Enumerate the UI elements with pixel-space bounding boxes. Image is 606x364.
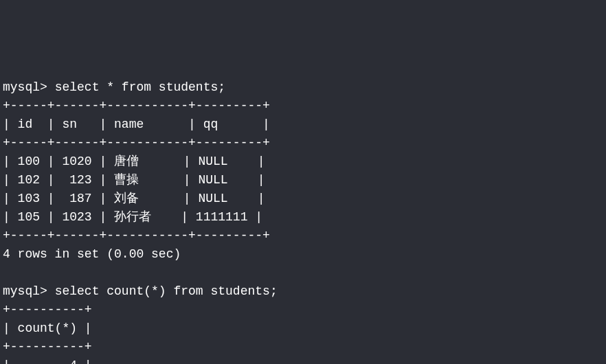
table1-border-bot: +-----+------+-----------+---------+ <box>3 229 270 242</box>
table-row: | 105 | 1023 | 孙行者 | 1111111 | <box>3 210 262 224</box>
table2-border-top: +----------+ <box>3 303 92 317</box>
mysql-prompt: mysql> <box>3 80 47 94</box>
table1-header: | id | sn | name | qq | <box>3 117 270 131</box>
sql-command-2: select count(*) from students; <box>55 284 278 298</box>
table1-border-mid: +-----+------+-----------+---------+ <box>3 136 270 150</box>
table-row: | 100 | 1020 | 唐僧 | NULL | <box>3 155 265 168</box>
table1-border-top: +-----+------+-----------+---------+ <box>3 99 270 113</box>
result-message-1: 4 rows in set (0.00 sec) <box>3 247 181 261</box>
table-row: | 103 | 187 | 刘备 | NULL | <box>3 192 265 205</box>
table2-border-mid: +----------+ <box>3 340 92 354</box>
table-row: | 4 | <box>3 359 92 364</box>
table-row: | 102 | 123 | 曹操 | NULL | <box>3 173 265 187</box>
table2-header: | count(*) | <box>3 321 92 335</box>
mysql-prompt: mysql> <box>3 284 47 298</box>
sql-command-1: select * from students; <box>55 80 225 94</box>
